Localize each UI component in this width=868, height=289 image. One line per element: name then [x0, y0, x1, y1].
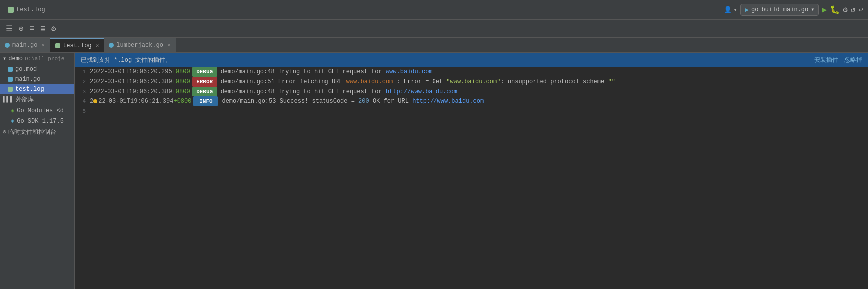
test-log-icon — [8, 87, 13, 92]
sidebar-external-label: 外部库 — [16, 96, 34, 104]
window-file-icon — [8, 7, 14, 13]
log-ts-3: 2022-03-01T19:06:20.389+0800 — [90, 87, 190, 96]
line-num-3: 3 — [75, 87, 90, 96]
top-bar-left: test.log — [0, 4, 49, 15]
log-text-5 — [90, 106, 93, 116]
run-config-label: go build main.go — [751, 6, 808, 13]
main-go-icon — [8, 77, 13, 82]
tab-go-icon — [5, 43, 10, 48]
sidebar-temp-label: 临时文件和控制台 — [8, 128, 56, 136]
toolbar: ☰ ⊕ ≡ ≣ ⚙ — [0, 20, 868, 38]
main-area: ▾ demo D:\all proje go.mod main.go test.… — [0, 53, 868, 289]
log-line-1: 1 2022-03-01T19:06:20.295+0800 DEBUG dem… — [75, 67, 868, 77]
sidebar-project-label: demo — [8, 55, 23, 62]
window-title: test.log — [4, 4, 49, 15]
sidebar-go-modules-label: Go Modules <d — [17, 107, 64, 114]
log-ts-4: 222-03-01T19:06:21.394+0800 — [90, 96, 191, 106]
log-text-3: demo/main.go:48 Trying to hit GET reques… — [221, 87, 457, 96]
run-config-chevron: ▾ — [811, 6, 814, 13]
list-alt-icon[interactable]: ≣ — [38, 23, 47, 35]
log-level-2: ERROR — [192, 77, 217, 87]
user-icon-btn[interactable]: 👤 ▾ — [724, 6, 737, 14]
go-mod-icon — [8, 67, 13, 72]
tab-main-go-close[interactable]: ✕ — [41, 42, 45, 48]
log-line-3: 3 2022-03-01T19:06:20.389+0800 DEBUG dem… — [75, 87, 868, 96]
line-num-2: 2 — [75, 77, 90, 87]
debug-icon[interactable]: 🐛 — [830, 5, 840, 15]
tab-test-log-label: test.log — [63, 42, 92, 49]
sidebar-go-sdk[interactable]: ◈ Go SDK 1.17.5 — [0, 116, 74, 126]
sidebar-item-test-log[interactable]: test.log — [0, 84, 74, 94]
plugin-message: 已找到支持 *.log 文件的插件。 — [81, 56, 171, 64]
log-ts-2: 2022-03-01T19:06:20.389+0800 — [90, 77, 190, 87]
log-line-2: 2 2022-03-01T19:06:20.389+0800 ERROR dem… — [75, 77, 868, 87]
menu-icon[interactable]: ☰ — [4, 23, 15, 35]
sidebar-go-sdk-icon: ◈ — [11, 117, 14, 125]
log-content[interactable]: 1 2022-03-01T19:06:20.295+0800 DEBUG dem… — [75, 67, 868, 289]
plugin-bar: 已找到支持 *.log 文件的插件。 安装插件 忽略掉 — [75, 53, 868, 67]
install-plugin-link[interactable]: 安装插件 — [814, 56, 838, 64]
refresh-icon[interactable]: ↺ — [851, 5, 856, 15]
editor-area: 已找到支持 *.log 文件的插件。 安装插件 忽略掉 1 2022-03-01… — [75, 53, 868, 289]
log-line-4: 4 222-03-01T19:06:21.394+0800 INFO demo/… — [75, 96, 868, 106]
sidebar: ▾ demo D:\all proje go.mod main.go test.… — [0, 53, 75, 289]
log-level-1: DEBUG — [192, 67, 217, 77]
log-text-4: demo/main.go:53 Success! statusCode = 20… — [222, 96, 484, 106]
log-level-4: INFO — [193, 96, 218, 106]
undo-icon[interactable]: ↩ — [858, 5, 863, 15]
sidebar-external-libs[interactable]: ▌▌▌ 外部库 — [0, 94, 74, 105]
sidebar-item-go-mod[interactable]: go.mod — [0, 64, 74, 74]
list-icon[interactable]: ≡ — [28, 23, 37, 34]
tab-main-go-label: main.go — [12, 42, 37, 49]
user-icon: 👤 — [724, 6, 732, 14]
warning-dot-4 — [93, 99, 97, 103]
run-config-button[interactable]: ▶ go build main.go ▾ — [740, 4, 819, 16]
sidebar-go-mod-label: go.mod — [15, 66, 37, 73]
run-config-go-icon: ▶ — [745, 6, 749, 14]
line-num-1: 1 — [75, 67, 90, 77]
line-num-5: 5 — [75, 106, 90, 116]
plugin-bar-actions: 安装插件 忽略掉 — [814, 56, 862, 64]
tab-lumberjack-go-label: lumberjack.go — [116, 42, 163, 49]
sidebar-go-modules[interactable]: ◈ Go Modules <d — [0, 105, 74, 116]
sidebar-project-chevron: ▾ — [3, 55, 6, 62]
gear-icon[interactable]: ⚙ — [49, 23, 58, 35]
run-button[interactable]: ▶ — [822, 5, 827, 15]
tabs-row: main.go ✕ test.log ✕ lumberjack.go ✕ — [0, 38, 868, 53]
temp-files-icon: ⊙ — [3, 128, 6, 136]
line-num-4: 4 — [75, 96, 90, 106]
user-chevron: ▾ — [733, 6, 737, 14]
sidebar-project-header[interactable]: ▾ demo D:\all proje — [0, 53, 74, 64]
log-line-5: 5 — [75, 106, 868, 116]
sidebar-temp-files[interactable]: ⊙ 临时文件和控制台 — [0, 126, 74, 138]
window-title-text: test.log — [16, 6, 45, 13]
tab-log-icon — [55, 43, 60, 48]
dismiss-plugin-link[interactable]: 忽略掉 — [844, 56, 862, 64]
sidebar-main-go-label: main.go — [15, 76, 40, 83]
sidebar-test-log-label: test.log — [15, 86, 44, 93]
add-icon[interactable]: ⊕ — [17, 23, 26, 35]
top-bar: test.log 👤 ▾ ▶ go build main.go ▾ ▶ 🐛 ⚙ … — [0, 0, 868, 20]
sidebar-go-sdk-label: Go SDK 1.17.5 — [17, 118, 64, 125]
sidebar-item-main-go[interactable]: main.go — [0, 74, 74, 84]
top-bar-right: 👤 ▾ ▶ go build main.go ▾ ▶ 🐛 ⚙ ↺ ↩ — [724, 4, 868, 16]
log-level-3: DEBUG — [192, 87, 217, 96]
log-ts-1: 2022-03-01T19:06:20.295+0800 — [90, 67, 190, 77]
tab-main-go[interactable]: main.go ✕ — [0, 38, 50, 52]
bar-chart-icon: ▌▌▌ — [3, 96, 14, 103]
tab-lumberjack-go-close[interactable]: ✕ — [167, 42, 171, 48]
sidebar-go-modules-icon: ◈ — [11, 107, 14, 114]
tab-lumberjack-go-icon — [109, 43, 114, 48]
tab-test-log-close[interactable]: ✕ — [96, 42, 99, 49]
sidebar-project-path: D:\all proje — [25, 56, 64, 62]
log-text-2: demo/main.go:51 Error fetching URL www.b… — [221, 77, 615, 87]
log-text-1: demo/main.go:48 Trying to hit GET reques… — [221, 67, 433, 77]
tab-test-log[interactable]: test.log ✕ — [50, 38, 104, 52]
tab-lumberjack-go[interactable]: lumberjack.go ✕ — [104, 38, 176, 52]
settings-icon[interactable]: ⚙ — [843, 5, 848, 15]
